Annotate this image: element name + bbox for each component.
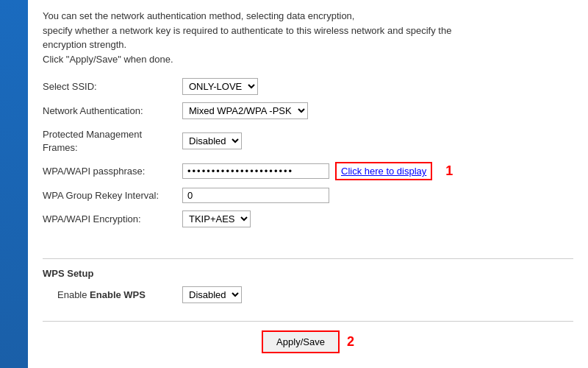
enable-wps-row: Enable Enable WPS Disabled bbox=[43, 286, 573, 303]
desc-line2: specify whether a network key is require… bbox=[43, 25, 451, 36]
encryption-dropdown[interactable]: TKIP+AES bbox=[182, 210, 251, 227]
section-divider bbox=[43, 258, 573, 259]
click-display-link[interactable]: Click here to display bbox=[335, 162, 432, 180]
enable-wps-dropdown[interactable]: Disabled bbox=[182, 286, 242, 303]
rekey-input[interactable] bbox=[182, 188, 329, 203]
passphrase-controls: Click here to display 1 bbox=[182, 162, 453, 180]
encryption-row: WPA/WAPI Encryption: TKIP+AES bbox=[43, 210, 573, 227]
wps-title: WPS Setup bbox=[43, 268, 573, 279]
desc-line1: You can set the network authentication m… bbox=[43, 10, 354, 21]
desc-line3: encryption strength. bbox=[43, 39, 126, 50]
enable-wps-label: Enable Enable WPS bbox=[43, 289, 182, 300]
rekey-row: WPA Group Rekey Interval: bbox=[43, 188, 573, 203]
sidebar bbox=[0, 0, 28, 368]
pmf-label: Protected Management Frames: bbox=[43, 127, 182, 155]
passphrase-row: WPA/WAPI passphrase: Click here to displ… bbox=[43, 162, 573, 180]
select-ssid-dropdown[interactable]: ONLY-LOVE bbox=[182, 78, 258, 95]
network-auth-dropdown[interactable]: Mixed WPA2/WPA -PSK bbox=[182, 102, 308, 119]
pmf-dropdown[interactable]: Disabled bbox=[182, 132, 242, 149]
wps-section: WPS Setup Enable Enable WPS Disabled bbox=[43, 268, 573, 311]
passphrase-label: WPA/WAPI passphrase: bbox=[43, 166, 182, 177]
badge-2: 2 bbox=[347, 334, 354, 350]
badge-1: 1 bbox=[445, 163, 453, 179]
network-auth-row: Network Authentication: Mixed WPA2/WPA -… bbox=[43, 102, 573, 119]
passphrase-input[interactable] bbox=[182, 163, 329, 179]
description-text: You can set the network authentication m… bbox=[43, 9, 573, 66]
select-ssid-row: Select SSID: ONLY-LOVE bbox=[43, 78, 573, 95]
apply-save-wrapper: Apply/Save 2 bbox=[262, 330, 354, 353]
rekey-label: WPA Group Rekey Interval: bbox=[43, 190, 182, 201]
encryption-label: WPA/WAPI Encryption: bbox=[43, 213, 182, 224]
button-row: Apply/Save 2 bbox=[43, 330, 573, 361]
pmf-row: Protected Management Frames: Disabled bbox=[43, 127, 573, 155]
apply-save-button[interactable]: Apply/Save bbox=[262, 330, 340, 353]
form-section: Select SSID: ONLY-LOVE Network Authentic… bbox=[43, 78, 573, 248]
main-content: You can set the network authentication m… bbox=[28, 0, 588, 368]
select-ssid-label: Select SSID: bbox=[43, 81, 182, 92]
desc-line4: Click "Apply/Save" when done. bbox=[43, 54, 173, 65]
bottom-divider bbox=[43, 321, 573, 322]
network-auth-label: Network Authentication: bbox=[43, 105, 182, 116]
